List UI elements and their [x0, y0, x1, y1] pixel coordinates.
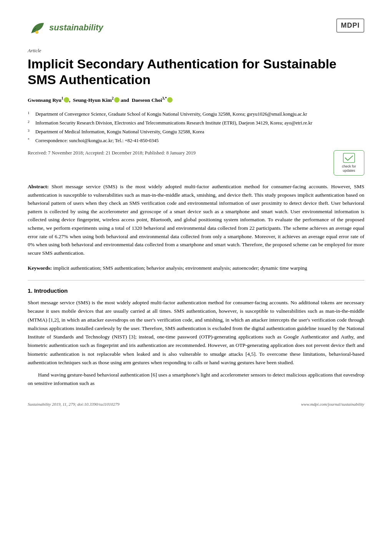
page: sustainability MDPI Article Implicit Sec…	[0, 0, 392, 554]
author3-sup: 3,*	[162, 96, 167, 100]
journal-logo: sustainability	[28, 18, 103, 37]
intro-para2: Hand waving gesture-based behavioral aut…	[28, 371, 364, 388]
aff-text: Department of Convergence Science, Gradu…	[35, 110, 307, 118]
aff-text: Correspondence: sunchoi@kongju.ac.kr; Te…	[35, 137, 159, 144]
intro-para1: Short message service (SMS) is the most …	[28, 299, 364, 367]
author3-name: Daeseon Choi	[132, 97, 162, 103]
affiliation-item: 3Department of Medical Information, Kong…	[28, 128, 364, 136]
aff-num: 1	[28, 110, 34, 118]
affiliation-item: *Correspondence: sunchoi@kongju.ac.kr; T…	[28, 137, 364, 144]
section1-heading: 1. Introduction	[28, 287, 364, 294]
journal-name-text: sustainability	[49, 23, 103, 33]
page-footer: Sustainability 2019, 11, 279; doi:10.339…	[28, 402, 364, 406]
leaf-icon	[28, 18, 46, 37]
received-dates: Received: 7 November 2018; Accepted: 21 …	[28, 150, 196, 156]
affiliation-item: 2Information Security Research Division,…	[28, 119, 364, 127]
svg-point-0	[35, 31, 38, 34]
orcid-icon-3	[167, 97, 173, 103]
publisher-logo: MDPI	[336, 18, 364, 33]
aff-text: Department of Medical Information, Kongj…	[35, 128, 204, 136]
orcid-icon-2	[114, 97, 120, 103]
abstract-text: Short message service (SMS) is the most …	[28, 184, 364, 256]
authors-line: Gwonsang Ryu1, Seung-Hyun Kim2 and Daese…	[28, 95, 364, 104]
abstract-section: Abstract: Short message service (SMS) is…	[28, 182, 364, 257]
keywords-section: Keywords: implicit authentication; SMS a…	[28, 264, 364, 272]
aff-num: *	[28, 137, 34, 144]
aff-num: 3	[28, 128, 34, 136]
keywords-label: Keywords:	[28, 265, 52, 271]
affiliation-item: 1Department of Convergence Science, Grad…	[28, 110, 364, 118]
affiliations-list: 1Department of Convergence Science, Grad…	[28, 110, 364, 145]
paper-title: Implicit Secondary Authentication for Su…	[28, 56, 364, 88]
author2-sup: 2	[112, 96, 114, 100]
intro-body: Short message service (SMS) is the most …	[28, 299, 364, 388]
abstract-label: Abstract:	[28, 184, 49, 189]
received-check-row: Received: 7 November 2018; Accepted: 21 …	[28, 150, 364, 176]
check-for-updates-badge[interactable]: check forupdates	[334, 150, 364, 176]
header: sustainability MDPI	[28, 18, 364, 37]
article-type: Article	[28, 48, 364, 54]
author2-name: Seung-Hyun Kim	[73, 97, 112, 103]
section-divider	[28, 280, 364, 280]
aff-num: 2	[28, 119, 34, 127]
footer-citation: Sustainability 2019, 11, 279; doi:10.339…	[28, 402, 120, 406]
aff-text: Information Security Research Division, …	[35, 119, 312, 127]
check-updates-icon	[343, 153, 355, 163]
orcid-icon-1	[64, 97, 69, 103]
author1-sup: 1	[61, 96, 63, 100]
keywords-text: implicit authentication; SMS authenticat…	[53, 265, 307, 271]
check-updates-label: check forupdates	[342, 164, 356, 173]
author1-name: Gwonsang Ryu	[28, 97, 61, 103]
footer-url: www.mdpi.com/journal/sustainability	[301, 402, 364, 406]
